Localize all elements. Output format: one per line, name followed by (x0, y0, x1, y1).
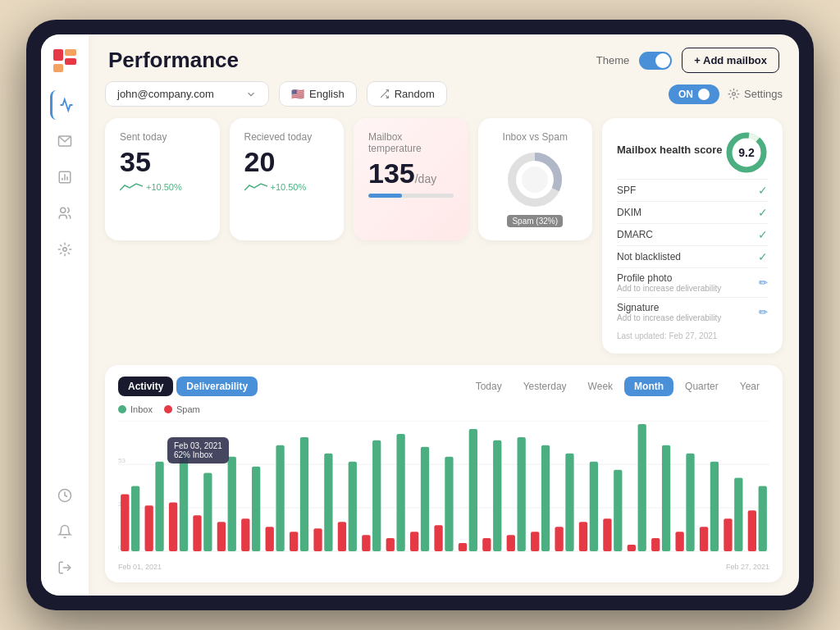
svg-rect-28 (145, 505, 153, 551)
dmarc-label: DMARC (617, 229, 653, 240)
svg-rect-50 (410, 532, 418, 551)
tab-activity[interactable]: Activity (118, 377, 173, 396)
svg-rect-63 (565, 454, 573, 551)
sidebar-item-notification[interactable] (50, 517, 80, 546)
svg-rect-65 (590, 462, 598, 551)
language-selector[interactable]: 🇺🇸 English (279, 81, 357, 107)
time-tab-yesterday[interactable]: Yesterday (514, 377, 577, 396)
profile-photo-edit-icon[interactable]: ✏ (759, 276, 768, 289)
health-item-dmarc: DMARC ✓ (617, 223, 768, 245)
svg-rect-53 (445, 457, 453, 551)
signature-label: Signature (617, 302, 721, 313)
time-tab-today[interactable]: Today (466, 377, 512, 396)
dkim-check-icon: ✓ (758, 206, 768, 219)
profile-photo-sub: Add to increase deliverability (617, 284, 721, 293)
random-button[interactable]: Random (367, 81, 447, 107)
inbox-vs-spam-card: Inbox vs Spam Spam (32%) (478, 118, 593, 240)
theme-toggle[interactable] (639, 52, 672, 70)
svg-rect-66 (603, 518, 611, 551)
svg-rect-31 (180, 450, 188, 551)
sidebar-bottom (50, 481, 80, 582)
svg-rect-71 (662, 445, 670, 551)
svg-rect-27 (131, 486, 139, 552)
svg-rect-69 (638, 424, 646, 551)
svg-rect-54 (459, 543, 467, 551)
svg-rect-36 (241, 518, 249, 551)
sent-today-card: Sent today 35 +10.50% (105, 118, 220, 240)
svg-text:53: 53 (118, 457, 126, 464)
received-today-label: Recieved today (244, 131, 330, 143)
spam-legend-label: Spam (176, 404, 200, 414)
svg-rect-46 (362, 535, 370, 551)
email-value: john@company.com (117, 88, 214, 100)
random-label: Random (395, 88, 435, 100)
sidebar-item-chart[interactable] (50, 162, 80, 192)
svg-point-15 (522, 167, 548, 193)
chevron-down-icon (245, 89, 257, 100)
signature-sub: Add to increase deliverability (617, 313, 721, 322)
on-off-toggle[interactable]: ON (669, 84, 719, 104)
health-item-signature: Signature Add to increase deliverability… (617, 297, 768, 326)
chart-date-start: Feb 01, 2021 (118, 563, 162, 571)
time-tab-quarter[interactable]: Quarter (675, 377, 728, 396)
sidebar-item-settings[interactable] (50, 235, 80, 264)
svg-rect-26 (121, 494, 129, 551)
svg-rect-37 (252, 467, 260, 551)
settings-button[interactable]: Settings (728, 88, 783, 100)
tab-deliverability[interactable]: Deliverability (176, 377, 258, 396)
random-icon (379, 89, 390, 99)
svg-rect-47 (372, 441, 381, 551)
svg-rect-56 (482, 538, 491, 551)
svg-rect-57 (493, 441, 501, 551)
svg-rect-67 (614, 470, 622, 551)
sidebar-item-logout[interactable] (50, 553, 80, 582)
time-tab-week[interactable]: Week (578, 377, 623, 396)
health-item-dkim: DKIM ✓ (617, 201, 768, 223)
signature-edit-icon[interactable]: ✏ (759, 306, 768, 318)
sidebar-item-users[interactable] (50, 199, 80, 228)
svg-rect-30 (169, 502, 177, 551)
inbox-vs-spam-label: Inbox vs Spam (503, 131, 568, 143)
svg-rect-68 (628, 545, 636, 551)
dmarc-check-icon: ✓ (758, 228, 768, 241)
mailbox-temp-card: Mailbox temperature 135/day (354, 118, 468, 240)
svg-rect-55 (469, 429, 477, 551)
language-label: English (309, 88, 345, 100)
sidebar-item-activity[interactable] (50, 90, 80, 120)
received-change-val: +10.50% (271, 182, 307, 192)
main-content: Performance Theme + Add mailbox john@com… (89, 34, 799, 596)
temperature-bar (368, 194, 454, 198)
chart-legend: Inbox Spam (118, 404, 769, 414)
sent-today-label: Sent today (120, 131, 205, 143)
app-logo (52, 48, 78, 74)
temperature-bar-fill (368, 194, 402, 198)
svg-rect-51 (421, 447, 429, 551)
email-selector[interactable]: john@company.com (105, 81, 269, 107)
toolbar: john@company.com 🇺🇸 English Random ON (105, 81, 783, 107)
svg-rect-32 (193, 515, 201, 551)
svg-rect-72 (675, 532, 683, 551)
header: Performance Theme + Add mailbox (89, 34, 799, 81)
time-tab-month[interactable]: Month (624, 377, 673, 396)
sent-today-value: 35 (120, 148, 205, 176)
sidebar-item-clock[interactable] (50, 481, 80, 510)
blacklist-check-icon: ✓ (758, 250, 768, 263)
svg-rect-59 (518, 437, 526, 551)
health-donut-chart: 9.2 (725, 131, 768, 174)
svg-rect-38 (266, 527, 274, 551)
received-today-value: 20 (244, 148, 330, 176)
spf-label: SPF (617, 185, 636, 196)
add-mailbox-button[interactable]: + Add mailbox (682, 48, 779, 73)
svg-rect-74 (700, 527, 708, 551)
received-today-card: Recieved today 20 +10.50% (230, 118, 345, 240)
time-tab-year[interactable]: Year (730, 377, 769, 396)
chart-card: Activity Deliverability Today Yesterday … (105, 365, 783, 582)
on-label: ON (678, 89, 693, 100)
svg-rect-73 (686, 454, 694, 551)
mailbox-temp-label: Mailbox temperature (368, 131, 454, 154)
bar-chart-area: Feb 03, 2021 62% Inbox 0275380 (118, 421, 769, 559)
svg-rect-49 (396, 434, 404, 551)
sidebar-item-mail[interactable] (50, 126, 80, 156)
chart-date-end: Feb 27, 2021 (726, 563, 769, 571)
legend-spam: Spam (164, 404, 200, 414)
